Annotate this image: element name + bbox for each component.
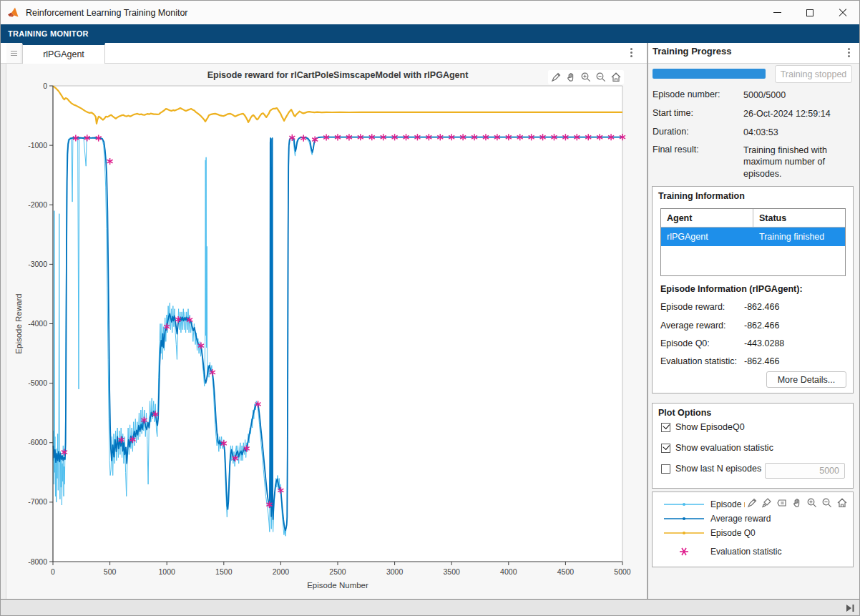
ribbon-toolstrip: TRAINING MONITOR: [1, 24, 859, 43]
show-last-n-episodes-checkbox[interactable]: [661, 464, 670, 474]
edit-plot-icon[interactable]: [549, 71, 562, 84]
episode-q0-legend-marker: [663, 529, 705, 537]
agent-column-header: Agent: [661, 209, 753, 227]
last-n-episodes-input[interactable]: [765, 463, 845, 479]
panel-grip[interactable]: [6, 43, 21, 63]
svg-text:2000: 2000: [273, 567, 290, 576]
field-label: Episode reward:: [660, 302, 725, 312]
field-value: 5000/5000: [743, 89, 852, 101]
episode-q0-row: Episode Q0: -443.0288: [660, 338, 848, 348]
training-information-header: Training Information: [653, 187, 853, 201]
episode-information-header: Episode Information (rlPGAgent):: [660, 284, 803, 294]
svg-text:2500: 2500: [329, 567, 346, 576]
zoom-out-icon[interactable]: [595, 71, 607, 84]
grip-icon: [11, 53, 17, 54]
episode-reward-row: Episode reward: -862.466: [660, 302, 848, 312]
zoom-in-icon[interactable]: [580, 71, 592, 84]
checkbox-label: Show evaluation statistic: [675, 443, 773, 453]
field-label: Start time:: [653, 108, 693, 118]
show-last-n-episodes-option: Show last N episodes: [661, 464, 761, 474]
field-value: 26-Oct-2024 12:59:14: [743, 108, 852, 119]
svg-text:1500: 1500: [215, 567, 233, 576]
home-icon[interactable]: [836, 497, 849, 509]
svg-text:Episode Number: Episode Number: [307, 581, 368, 590]
svg-text:5000: 5000: [614, 567, 631, 576]
field-label: Average reward:: [660, 321, 726, 331]
more-details-button[interactable]: More Details...: [766, 371, 846, 388]
legend-panel: Episode reward Average reward Episode Q0…: [652, 492, 854, 567]
legend-label: Average reward: [710, 514, 771, 524]
svg-text:-2000: -2000: [28, 200, 47, 209]
table-row[interactable]: rlPGAgent Training finished: [661, 228, 845, 246]
maximize-button[interactable]: [793, 1, 826, 24]
field-label: Duration:: [653, 127, 689, 137]
status-bar: [1, 599, 859, 616]
field-label: Evaluation statistic:: [660, 356, 737, 366]
show-evaluation-statistic-checkbox[interactable]: [661, 444, 670, 453]
field-label: Episode Q0:: [660, 338, 710, 348]
matlab-logo-icon: [8, 7, 20, 18]
svg-text:-4000: -4000: [28, 319, 47, 328]
training-information-card: Training Information Agent Status rlPGAg…: [652, 186, 854, 393]
datatip-icon[interactable]: [776, 497, 788, 509]
training-stopped-button[interactable]: Training stopped: [775, 65, 852, 83]
window-title: Reinforcement Learning Training Monitor: [26, 8, 188, 18]
evaluation-statistic-legend-marker: [663, 547, 705, 557]
kebab-icon: [848, 52, 850, 54]
legend-entry-evaluation-statistic: Evaluation statistic: [663, 547, 781, 557]
svg-text:3500: 3500: [444, 567, 461, 576]
close-icon: [839, 9, 847, 17]
svg-text:-1000: -1000: [28, 141, 47, 150]
svg-text:0: 0: [51, 567, 55, 576]
close-button[interactable]: [826, 1, 859, 24]
training-progress-menu-button[interactable]: [848, 47, 851, 59]
svg-text:0: 0: [43, 82, 47, 90]
training-progress-panel: Training stopped Episode number: 5000/50…: [648, 64, 860, 599]
show-evaluation-statistic-option: Show evaluation statistic: [661, 443, 773, 453]
svg-text:Episode reward for rlCartPoleS: Episode reward for rlCartPoleSimscapeMod…: [207, 70, 469, 80]
episode-reward-legend-marker: [663, 500, 705, 509]
tab-label: rlPGAgent: [43, 49, 84, 59]
average-reward-legend-marker: [663, 514, 705, 523]
edit-plot-icon[interactable]: [746, 497, 758, 509]
ribbon-tab-training-monitor[interactable]: TRAINING MONITOR: [8, 29, 89, 38]
evaluation-statistic-row: Evaluation statistic: -862.466: [660, 356, 848, 366]
home-icon[interactable]: [610, 71, 622, 84]
brush-data-icon[interactable]: [761, 497, 773, 509]
svg-text:4000: 4000: [500, 567, 517, 576]
right-panel-title: Training Progress: [653, 46, 732, 57]
legend-axes-toolbar: [745, 496, 849, 510]
minimize-button[interactable]: [761, 1, 793, 24]
field-value: 04:03:53: [743, 127, 852, 138]
field-value: Training finished with maximum number of…: [743, 145, 852, 180]
title-bar: Reinforcement Learning Training Monitor: [1, 1, 859, 24]
field-label: Episode number:: [653, 89, 720, 99]
field-value: -862.466: [744, 356, 779, 366]
zoom-out-icon[interactable]: [821, 497, 834, 509]
plot-options-card: Plot Options Show EpisodeQ0 Show evaluat…: [652, 403, 854, 489]
svg-text:-3000: -3000: [28, 260, 47, 268]
pan-icon[interactable]: [565, 71, 577, 84]
expand-statusbar-icon[interactable]: [846, 604, 855, 612]
training-progress-bar: [653, 69, 766, 79]
tab-rlpgagent[interactable]: rlPGAgent: [22, 43, 105, 64]
field-value: -862.466: [744, 302, 779, 312]
tab-strip-menu-button[interactable]: [630, 47, 633, 59]
minimize-icon: [773, 12, 781, 13]
episode-number-row: Episode number: 5000/5000: [653, 89, 856, 99]
checkbox-label: Show last N episodes: [675, 464, 761, 474]
zoom-in-icon[interactable]: [806, 497, 819, 509]
status-column-header: Status: [753, 209, 845, 227]
final-result-row: Final result: Training finished with max…: [653, 145, 856, 155]
checkbox-label: Show EpisodeQ0: [675, 422, 745, 432]
svg-text:-8000: -8000: [28, 557, 47, 566]
svg-text:500: 500: [104, 567, 117, 576]
pan-icon[interactable]: [791, 497, 803, 509]
svg-text:4500: 4500: [557, 567, 575, 576]
show-episodeq0-checkbox[interactable]: [661, 423, 670, 432]
legend-entry-episode-q0: Episode Q0: [663, 528, 756, 538]
agent-cell: rlPGAgent: [661, 228, 753, 246]
reward-chart[interactable]: 0500100015002000250030003500400045005000…: [7, 64, 647, 599]
field-value: -443.0288: [744, 338, 784, 348]
average-reward-row: Average reward: -862.466: [660, 321, 848, 331]
